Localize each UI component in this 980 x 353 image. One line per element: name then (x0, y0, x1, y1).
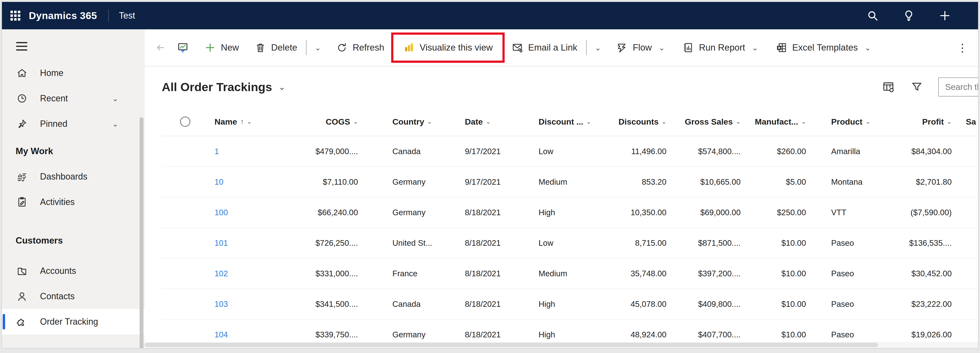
sidebar-item-label: Accounts (40, 266, 76, 276)
column-header-profit[interactable]: Profit⌄ (894, 117, 953, 126)
record-link[interactable]: 1 (208, 147, 300, 156)
refresh-button[interactable]: Refresh (334, 42, 387, 53)
flow-button[interactable]: Flow ⌄ (614, 42, 669, 53)
cell-discount-band: Medium (532, 269, 619, 278)
sidebar-item-pinned[interactable]: Pinned ⌄ (2, 111, 145, 137)
table-row[interactable]: 103 $341,500.... Canada 8/18/2021 High 4… (162, 289, 978, 319)
show-chart-button[interactable] (175, 42, 191, 53)
site-map-sidebar: Home Recent ⌄ Pinned ⌄ (2, 29, 145, 348)
sidebar-section-my-work: My Work (2, 139, 145, 164)
record-link[interactable]: 103 (208, 300, 300, 309)
content-pane: New Delete ⌄ (145, 29, 978, 348)
column-header-product[interactable]: Product⌄ (807, 117, 894, 126)
excel-chevron-icon[interactable]: ⌄ (862, 43, 873, 52)
lightbulb-icon[interactable] (902, 9, 915, 22)
cell-gross-sales: $407,700.... (667, 330, 742, 339)
column-header-discounts[interactable]: Discounts⌄ (619, 117, 667, 126)
environment-name[interactable]: Test (119, 11, 135, 21)
cell-country: France (360, 269, 459, 278)
chevron-down-icon[interactable]: ⌄ (112, 120, 118, 128)
cell-country: Germany (360, 208, 459, 217)
overflow-menu-icon[interactable]: ⋮ (954, 42, 971, 54)
column-header-sales[interactable]: Sa (953, 117, 978, 126)
table-row[interactable]: 101 $726,250.... United St... 8/18/2021 … (162, 228, 978, 259)
cell-cogs: $479,000.... (300, 147, 360, 156)
run-report-chevron-icon[interactable]: ⌄ (750, 43, 760, 52)
table-row[interactable]: 100 $66,240.00 Germany 8/18/2021 High 10… (162, 197, 978, 228)
column-header-discount-band[interactable]: Discount ...⌄ (532, 117, 619, 126)
new-button[interactable]: New (202, 42, 241, 53)
records-grid: Name ↑ ⌄ COGS⌄ Country⌄ Date⌄ Discount . (162, 107, 978, 348)
record-link[interactable]: 102 (208, 269, 300, 278)
cell-gross-sales: $69,000.00 (667, 208, 742, 217)
record-link[interactable]: 101 (208, 238, 300, 248)
table-row[interactable]: 1 $479,000.... Canada 9/17/2021 Low 11,4… (162, 136, 978, 167)
sidebar-item-order-tracking[interactable]: Order Tracking (2, 309, 145, 334)
column-header-country[interactable]: Country⌄ (360, 117, 459, 126)
sidebar-item-recent[interactable]: Recent ⌄ (2, 86, 145, 111)
cell-discounts: 45,078.00 (619, 300, 667, 309)
edit-columns-icon[interactable] (882, 80, 895, 94)
flow-chevron-icon[interactable]: ⌄ (657, 43, 667, 52)
refresh-label: Refresh (353, 43, 384, 53)
horizontal-scrollbar-thumb[interactable] (145, 343, 878, 347)
search-icon[interactable] (866, 9, 879, 22)
sidebar-item-label: Home (40, 68, 64, 78)
chevron-down-icon[interactable]: ⌄ (112, 94, 118, 103)
new-label: New (221, 43, 239, 53)
column-header-name[interactable]: Name ↑ ⌄ (208, 117, 300, 126)
record-link[interactable]: 10 (208, 177, 300, 187)
cell-discount-band: High (532, 208, 619, 217)
run-report-label: Run Report (699, 43, 745, 53)
cell-gross-sales: $574,800.... (667, 147, 742, 156)
cell-discount-band: Low (532, 238, 619, 248)
sidebar-scrollbar[interactable] (140, 117, 143, 348)
sitemap-toggle-icon[interactable] (16, 42, 27, 51)
cell-profit: $30,452.00 (894, 269, 953, 278)
excel-templates-button[interactable]: Excel Templates ⌄ (773, 42, 875, 53)
filter-funnel-icon[interactable] (910, 80, 924, 94)
table-row[interactable]: 102 $331,000.... France 8/18/2021 Medium… (162, 259, 978, 289)
column-header-date[interactable]: Date⌄ (459, 117, 532, 126)
app-title[interactable]: Dynamics 365 (29, 10, 97, 21)
view-selector[interactable]: All Order Trackings ⌄ (162, 80, 285, 94)
column-header-gross-sales[interactable]: Gross Sales⌄ (667, 117, 742, 126)
sidebar-item-activities[interactable]: Activities (2, 189, 145, 215)
horizontal-scrollbar[interactable] (145, 342, 978, 348)
pin-icon (16, 118, 28, 130)
app-launcher-waffle-icon[interactable] (2, 2, 29, 29)
view-search-input[interactable] (938, 77, 978, 96)
column-header-manufacturing[interactable]: Manufact...⌄ (742, 117, 807, 126)
show-chart-icon (177, 42, 189, 53)
cell-manufacturing: $250.00 (742, 208, 807, 217)
column-header-cogs[interactable]: COGS⌄ (300, 117, 360, 126)
cell-country: United St... (360, 238, 459, 248)
sidebar-item-contacts[interactable]: Contacts (2, 284, 145, 309)
cell-country: Germany (360, 330, 459, 339)
back-arrow-icon[interactable] (153, 42, 168, 53)
divider (306, 40, 307, 55)
cell-profit: $19,026.00 (894, 330, 953, 339)
select-all-checkbox[interactable] (180, 117, 190, 127)
cell-profit: $84,304.00 (894, 147, 953, 156)
record-link[interactable]: 104 (208, 330, 300, 339)
excel-icon (776, 42, 788, 53)
cell-manufacturing: $10.00 (742, 330, 807, 339)
delete-split-chevron-icon[interactable]: ⌄ (313, 43, 323, 52)
cell-product: Montana (807, 177, 894, 187)
sidebar-item-accounts[interactable]: Accounts (2, 258, 145, 284)
table-row[interactable]: 10 $7,110.00 Germany 9/17/2021 Medium 85… (162, 167, 978, 197)
email-split-chevron-icon[interactable]: ⌄ (593, 43, 603, 52)
delete-button[interactable]: Delete (252, 42, 300, 53)
email-a-link-button[interactable]: Email a Link (509, 42, 580, 53)
sidebar-item-home[interactable]: Home (2, 60, 145, 86)
cell-date: 8/18/2021 (459, 330, 532, 339)
cell-gross-sales: $871,500.... (667, 238, 742, 248)
cell-date: 8/18/2021 (459, 208, 532, 217)
cell-discount-band: High (532, 330, 619, 339)
run-report-button[interactable]: Run Report ⌄ (680, 42, 762, 53)
record-link[interactable]: 100 (208, 208, 300, 217)
sidebar-item-dashboards[interactable]: Dashboards (2, 164, 145, 189)
quick-create-plus-icon[interactable] (939, 9, 951, 22)
visualize-this-view-button[interactable]: Visualize this view (401, 42, 495, 53)
